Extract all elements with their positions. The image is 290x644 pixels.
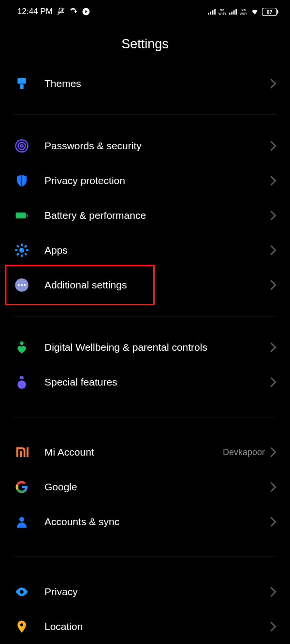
google-icon bbox=[14, 480, 44, 494]
svg-point-18 bbox=[21, 145, 23, 147]
shield-icon bbox=[14, 173, 44, 188]
svg-rect-3 bbox=[208, 13, 209, 15]
chevron-right-icon bbox=[270, 175, 276, 186]
row-label: Privacy protection bbox=[44, 175, 270, 186]
svg-point-41 bbox=[20, 623, 23, 626]
location-pin-icon bbox=[14, 619, 44, 634]
row-label: Special features bbox=[44, 376, 270, 388]
more-icon bbox=[14, 278, 44, 292]
row-label: Mi Account bbox=[44, 446, 223, 458]
row-privacy-protection[interactable]: Privacy protection bbox=[0, 163, 290, 198]
svg-point-34 bbox=[20, 342, 24, 345]
svg-rect-6 bbox=[214, 9, 216, 15]
row-apps[interactable]: Apps bbox=[0, 233, 290, 268]
chevron-right-icon bbox=[270, 279, 276, 291]
apps-gear-icon bbox=[14, 243, 44, 258]
svg-rect-5 bbox=[212, 10, 214, 14]
svg-line-28 bbox=[17, 253, 19, 255]
svg-line-29 bbox=[25, 245, 27, 247]
svg-rect-4 bbox=[210, 12, 211, 14]
row-label: Apps bbox=[44, 244, 270, 256]
row-label: Google bbox=[44, 481, 270, 493]
eye-icon bbox=[14, 585, 44, 599]
status-time: 12:44 PM bbox=[17, 7, 53, 16]
row-label: Battery & performance bbox=[44, 210, 270, 221]
row-privacy[interactable]: Privacy bbox=[0, 574, 290, 609]
vowifi-2-icon: VoWiFi bbox=[240, 8, 247, 15]
svg-rect-38 bbox=[27, 447, 29, 457]
svg-point-39 bbox=[19, 517, 24, 522]
svg-point-31 bbox=[18, 284, 20, 286]
svg-point-33 bbox=[24, 284, 26, 286]
fingerprint-icon bbox=[14, 139, 44, 153]
svg-point-36 bbox=[17, 380, 26, 389]
svg-rect-19 bbox=[16, 213, 26, 219]
row-label: Accounts & sync bbox=[44, 516, 270, 528]
svg-point-21 bbox=[19, 248, 24, 253]
row-themes[interactable]: Themes bbox=[0, 66, 290, 101]
signal-1-icon bbox=[208, 7, 216, 16]
svg-point-32 bbox=[21, 284, 23, 286]
svg-point-17 bbox=[18, 143, 26, 150]
row-label: Privacy bbox=[44, 586, 270, 598]
row-accounts-sync[interactable]: Accounts & sync bbox=[0, 504, 290, 539]
mute-icon bbox=[57, 7, 65, 16]
svg-rect-10 bbox=[235, 9, 237, 15]
svg-line-26 bbox=[17, 245, 19, 247]
battery-icon: 87 bbox=[262, 8, 278, 16]
chevron-right-icon bbox=[270, 621, 276, 632]
svg-text:87: 87 bbox=[266, 9, 272, 14]
chevron-right-icon bbox=[270, 586, 276, 598]
mi-logo-icon bbox=[14, 445, 44, 459]
row-label: Passwords & security bbox=[44, 140, 270, 152]
status-bar: 12:44 PM VoWiFi VoWiFi 87 bbox=[0, 0, 290, 23]
person-icon bbox=[14, 515, 44, 529]
svg-rect-9 bbox=[233, 10, 235, 14]
wellbeing-icon bbox=[14, 340, 44, 355]
chevron-right-icon bbox=[270, 78, 276, 89]
chevron-right-icon bbox=[270, 481, 276, 493]
chevron-right-icon bbox=[270, 244, 276, 256]
svg-line-27 bbox=[25, 253, 27, 255]
row-additional-settings[interactable]: Additional settings bbox=[0, 268, 290, 302]
row-digital-wellbeing[interactable]: Digital Wellbeing & parental controls bbox=[0, 330, 290, 365]
signal-2-icon bbox=[229, 7, 237, 16]
row-label: Location bbox=[44, 621, 270, 632]
chevron-right-icon bbox=[270, 446, 276, 458]
row-special-features[interactable]: Special features bbox=[0, 365, 290, 400]
chevron-right-icon bbox=[270, 140, 276, 152]
chevron-right-icon bbox=[270, 376, 276, 388]
row-location[interactable]: Location bbox=[0, 609, 290, 644]
row-mi-account[interactable]: Mi Account Devkapoor bbox=[0, 435, 290, 470]
row-label: Themes bbox=[44, 78, 270, 89]
chevron-right-icon bbox=[270, 210, 276, 221]
svg-rect-14 bbox=[17, 78, 26, 84]
row-label: Digital Wellbeing & parental controls bbox=[44, 342, 270, 353]
svg-rect-8 bbox=[231, 12, 232, 14]
svg-rect-15 bbox=[20, 84, 24, 89]
themes-icon bbox=[14, 76, 44, 91]
row-label: Additional settings bbox=[44, 279, 270, 291]
row-google[interactable]: Google bbox=[0, 470, 290, 504]
flask-icon bbox=[14, 375, 44, 389]
svg-point-40 bbox=[20, 590, 24, 594]
svg-rect-35 bbox=[20, 376, 24, 379]
svg-rect-7 bbox=[229, 13, 231, 15]
row-value: Devkapoor bbox=[223, 447, 265, 458]
chevron-right-icon bbox=[270, 342, 276, 353]
play-icon bbox=[82, 7, 90, 16]
chevron-right-icon bbox=[270, 516, 276, 528]
battery-item-icon bbox=[14, 208, 44, 223]
row-passwords-security[interactable]: Passwords & security bbox=[0, 129, 290, 163]
wifi-icon bbox=[250, 7, 259, 16]
sync-icon bbox=[69, 7, 78, 16]
row-battery-performance[interactable]: Battery & performance bbox=[0, 198, 290, 233]
svg-rect-20 bbox=[27, 215, 28, 217]
page-title: Settings bbox=[0, 23, 290, 66]
svg-rect-37 bbox=[20, 451, 22, 458]
svg-rect-12 bbox=[277, 10, 278, 14]
vowifi-1-icon: VoWiFi bbox=[218, 8, 226, 15]
